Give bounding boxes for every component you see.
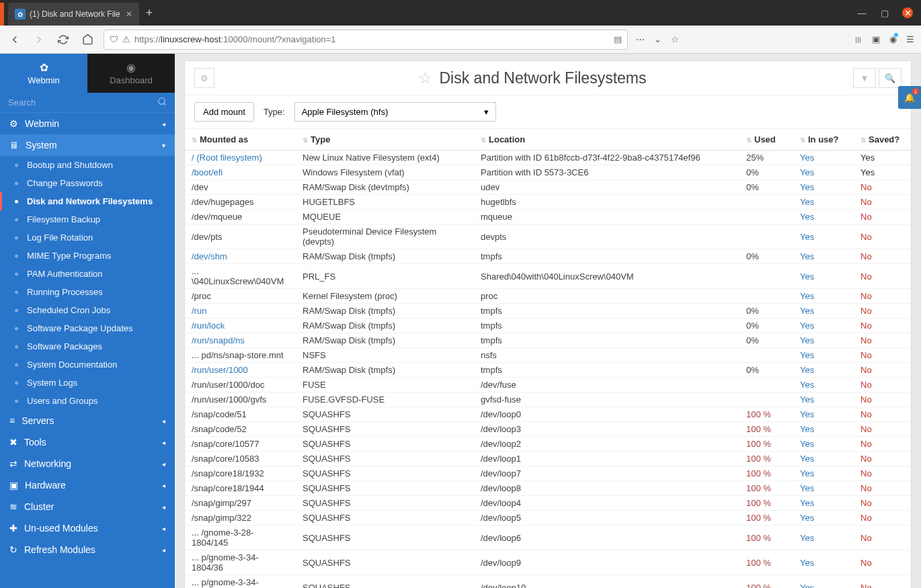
reload-button[interactable] bbox=[55, 32, 71, 48]
cell-inuse[interactable]: Yes bbox=[793, 496, 854, 511]
nav-sub-item[interactable]: Scheduled Cron Jobs bbox=[0, 301, 175, 319]
table-row[interactable]: /snap/core/10583SQUASHFS/dev/loop1100 %Y… bbox=[185, 452, 911, 466]
cell-inuse[interactable]: Yes bbox=[793, 452, 854, 466]
cell-inuse[interactable]: Yes bbox=[793, 151, 854, 165]
table-row[interactable]: ... p/gnome-3-34-1804/36SQUASHFS/dev/loo… bbox=[185, 550, 911, 575]
cell-inuse[interactable]: Yes bbox=[793, 378, 854, 392]
cell-inuse[interactable]: Yes bbox=[793, 195, 854, 210]
table-row[interactable]: /snap/code/52SQUASHFS/dev/loop3100 %YesN… bbox=[185, 422, 911, 437]
table-row[interactable]: /snap/core18/1932SQUASHFS/dev/loop7100 %… bbox=[185, 466, 911, 481]
table-row[interactable]: / (Root filesystem)New Linux Native File… bbox=[185, 151, 911, 165]
settings-gear-button[interactable]: ⚙ bbox=[194, 68, 214, 88]
col-header[interactable]: ⇅Location bbox=[474, 129, 739, 151]
cell-mount[interactable]: /run/lock bbox=[185, 319, 296, 333]
nav-section-servers[interactable]: ≡Servers◂ bbox=[0, 410, 175, 431]
table-row[interactable]: ... /gnome-3-28-1804/145SQUASHFS/dev/loo… bbox=[185, 526, 911, 550]
sidebar-tab-dashboard[interactable]: ◉ Dashboard bbox=[87, 54, 175, 93]
table-row[interactable]: ... p/gnome-3-34-1804/60SQUASHFS/dev/loo… bbox=[185, 575, 911, 589]
cell-inuse[interactable]: Yes bbox=[793, 392, 854, 407]
filter-button[interactable]: ▼ bbox=[853, 68, 876, 88]
sidebar-tab-webmin[interactable]: ✿ Webmin bbox=[0, 54, 87, 93]
cell-inuse[interactable]: Yes bbox=[793, 264, 854, 289]
table-row[interactable]: /snap/core/10577SQUASHFS/dev/loop2100 %Y… bbox=[185, 437, 911, 452]
window-maximize-icon[interactable]: ▢ bbox=[879, 7, 890, 18]
nav-sub-item[interactable]: Running Processes bbox=[0, 283, 175, 301]
col-header[interactable]: ⇅Type bbox=[296, 129, 474, 151]
url-bar[interactable]: 🛡 ⚠ https://linuxscrew-host:10000/mount/… bbox=[104, 30, 628, 50]
nav-section-networking[interactable]: ⇄Networking◂ bbox=[0, 453, 175, 474]
nav-section-webmin[interactable]: ⚙Webmin◂ bbox=[0, 113, 175, 134]
cell-inuse[interactable]: Yes bbox=[793, 210, 854, 224]
cell-inuse[interactable]: Yes bbox=[793, 526, 854, 550]
search-button[interactable]: 🔍 bbox=[879, 68, 902, 88]
nav-sub-item[interactable]: MIME Type Programs bbox=[0, 247, 175, 265]
nav-sub-item[interactable]: PAM Authentication bbox=[0, 265, 175, 283]
pocket-icon[interactable]: ⌄ bbox=[654, 34, 662, 44]
cell-inuse[interactable]: Yes bbox=[793, 165, 854, 180]
table-row[interactable]: /dev/shmRAM/Swap Disk (tmpfs)tmpfs0%YesN… bbox=[185, 249, 911, 264]
table-row[interactable]: /boot/efiWindows Filesystem (vfat)Partit… bbox=[185, 165, 911, 180]
cell-inuse[interactable]: Yes bbox=[793, 481, 854, 496]
nav-sub-item[interactable]: Software Package Updates bbox=[0, 319, 175, 337]
cell-inuse[interactable]: Yes bbox=[793, 224, 854, 249]
col-header[interactable]: ⇅In use? bbox=[793, 129, 854, 151]
nav-sub-item[interactable]: Users and Groups bbox=[0, 392, 175, 410]
table-row[interactable]: /devRAM/Swap Disk (devtmpfs)udev0%YesNo bbox=[185, 180, 911, 195]
table-row[interactable]: /procKernel Filesystem (proc)procYesNo bbox=[185, 289, 911, 304]
nav-sub-item[interactable]: Change Passwords bbox=[0, 174, 175, 192]
cell-inuse[interactable]: Yes bbox=[793, 363, 854, 378]
nav-sub-item[interactable]: System Documentation bbox=[0, 355, 175, 374]
nav-section-cluster[interactable]: ≋Cluster◂ bbox=[0, 496, 175, 517]
table-row[interactable]: /run/snapd/nsRAM/Swap Disk (tmpfs)tmpfs0… bbox=[185, 333, 911, 348]
favorite-star-icon[interactable]: ☆ bbox=[418, 69, 432, 87]
cell-inuse[interactable]: Yes bbox=[793, 550, 854, 575]
sidebar-icon[interactable]: ▣ bbox=[872, 34, 880, 44]
cell-inuse[interactable]: Yes bbox=[793, 575, 854, 589]
cell-mount[interactable]: /run/snapd/ns bbox=[185, 333, 296, 348]
table-row[interactable]: ... pd/ns/snap-store.mntNSFSnsfsYesNo bbox=[185, 348, 911, 363]
table-row[interactable]: /snap/gimp/322SQUASHFS/dev/loop5100 %Yes… bbox=[185, 511, 911, 526]
nav-section-system[interactable]: 🖥System▾ bbox=[0, 134, 175, 156]
add-mount-button[interactable]: Add mount bbox=[194, 102, 254, 122]
type-select[interactable]: Apple Filesystem (hfs) ▾ bbox=[294, 102, 496, 122]
forward-button[interactable] bbox=[31, 32, 47, 48]
cell-mount[interactable]: /dev/shm bbox=[185, 249, 296, 264]
cell-inuse[interactable]: Yes bbox=[793, 304, 854, 319]
table-row[interactable]: /run/user/1000RAM/Swap Disk (tmpfs)tmpfs… bbox=[185, 363, 911, 378]
notification-bell[interactable]: 🔔 1 bbox=[898, 86, 921, 109]
col-header[interactable]: ⇅Saved? bbox=[854, 129, 911, 151]
nav-sub-item[interactable]: Disk and Network Filesystems bbox=[0, 192, 175, 210]
cell-inuse[interactable]: Yes bbox=[793, 422, 854, 437]
more-icon[interactable]: ⋯ bbox=[636, 34, 645, 44]
window-minimize-icon[interactable]: — bbox=[856, 7, 867, 18]
nav-section-refresh-modules[interactable]: ↻Refresh Modules◂ bbox=[0, 539, 175, 560]
cell-inuse[interactable]: Yes bbox=[793, 437, 854, 452]
window-close-icon[interactable]: ✕ bbox=[902, 7, 913, 18]
col-header[interactable]: ⇅Used bbox=[739, 129, 793, 151]
cell-inuse[interactable]: Yes bbox=[793, 289, 854, 304]
cell-mount[interactable]: /run bbox=[185, 304, 296, 319]
menu-icon[interactable]: ☰ bbox=[906, 34, 914, 44]
reader-icon[interactable]: ▤ bbox=[614, 34, 622, 44]
search-icon[interactable] bbox=[157, 97, 167, 108]
cell-inuse[interactable]: Yes bbox=[793, 333, 854, 348]
cell-mount[interactable]: /boot/efi bbox=[185, 165, 296, 180]
nav-section-un-used-modules[interactable]: ✚Un-used Modules◂ bbox=[0, 517, 175, 539]
cell-mount[interactable]: /run/user/1000 bbox=[185, 363, 296, 378]
table-row[interactable]: /runRAM/Swap Disk (tmpfs)tmpfs0%YesNo bbox=[185, 304, 911, 319]
cell-inuse[interactable]: Yes bbox=[793, 180, 854, 195]
table-row[interactable]: ... \040LinuxScrew\040VMPRL_FSShared\040… bbox=[185, 264, 911, 289]
table-row[interactable]: /snap/code/51SQUASHFS/dev/loop0100 %YesN… bbox=[185, 407, 911, 422]
cell-inuse[interactable]: Yes bbox=[793, 348, 854, 363]
back-button[interactable] bbox=[7, 32, 23, 48]
col-header[interactable]: ⇅Mounted as bbox=[185, 129, 296, 151]
library-icon[interactable]: ⫼ bbox=[854, 34, 863, 44]
browser-tab[interactable]: ✿ (1) Disk and Network File ✕ bbox=[8, 3, 139, 26]
account-icon[interactable]: ◉ bbox=[889, 34, 897, 44]
cell-inuse[interactable]: Yes bbox=[793, 407, 854, 422]
nav-sub-item[interactable]: System Logs bbox=[0, 374, 175, 392]
table-row[interactable]: /dev/mqueueMQUEUEmqueueYesNo bbox=[185, 210, 911, 224]
cell-inuse[interactable]: Yes bbox=[793, 249, 854, 264]
nav-section-tools[interactable]: ✖Tools◂ bbox=[0, 431, 175, 453]
cell-inuse[interactable]: Yes bbox=[793, 466, 854, 481]
